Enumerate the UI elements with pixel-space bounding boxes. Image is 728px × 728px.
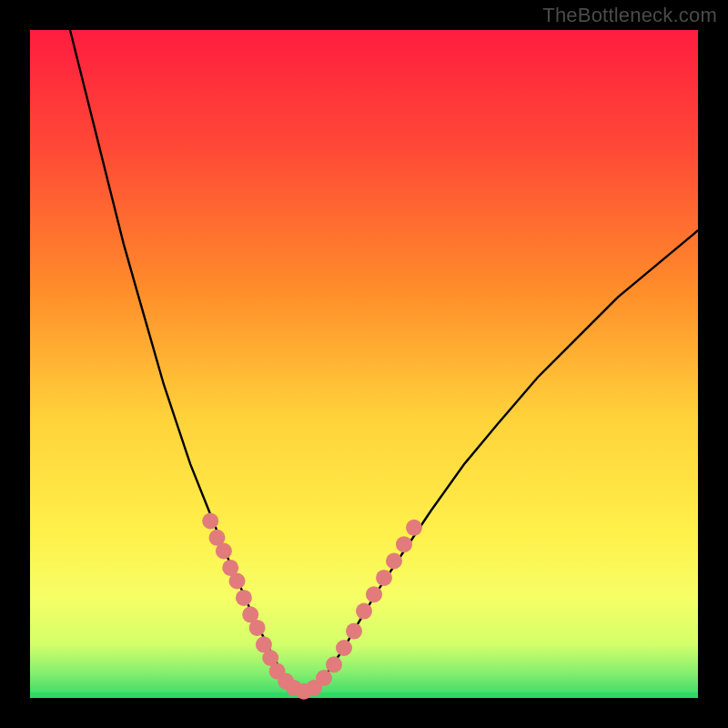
curve-marker <box>396 536 412 552</box>
curve-marker <box>316 670 332 686</box>
curve-marker <box>406 520 422 536</box>
curve-marker <box>346 623 362 640</box>
curve-marker <box>356 603 372 620</box>
curve-marker <box>236 590 252 606</box>
curve-marker <box>249 620 266 636</box>
curve-marker <box>336 640 352 656</box>
curve-marker <box>386 553 402 570</box>
gradient-background <box>30 30 698 698</box>
curve-marker <box>229 573 246 590</box>
bottleneck-chart <box>0 0 728 728</box>
green-bottom-strip <box>30 693 698 698</box>
curve-marker <box>376 570 392 586</box>
curve-marker <box>366 586 382 602</box>
watermark-text: TheBottleneck.com <box>542 4 717 27</box>
curve-marker <box>202 513 218 530</box>
chart-stage: TheBottleneck.com <box>0 0 728 728</box>
curve-marker <box>326 656 342 672</box>
curve-marker <box>216 543 232 560</box>
